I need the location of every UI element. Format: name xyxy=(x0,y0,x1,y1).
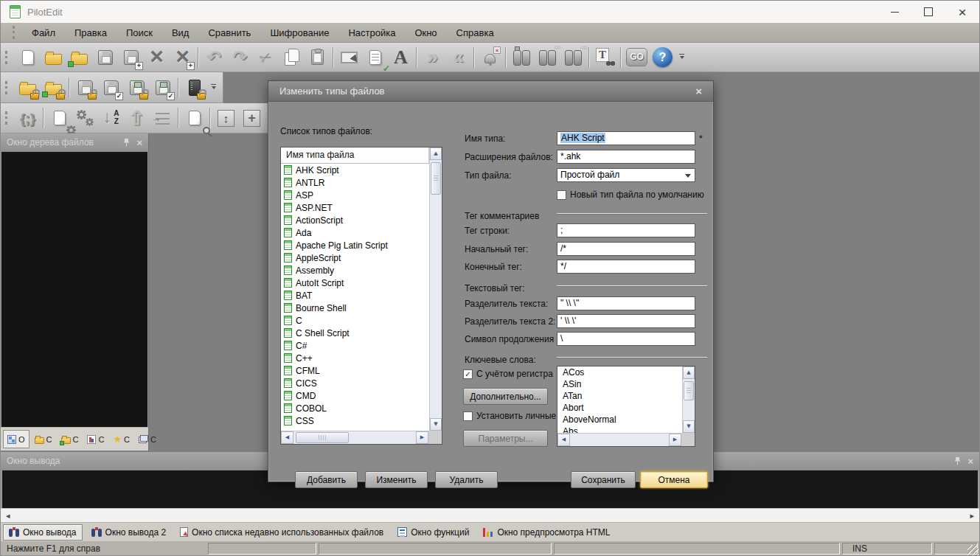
vscroll-thumb[interactable] xyxy=(431,162,441,195)
text-sep2-input[interactable]: ' \\ \' xyxy=(557,314,695,328)
file-type-dropdown[interactable]: Простой файл xyxy=(557,168,695,182)
pin-icon[interactable] xyxy=(123,138,130,147)
menu-item[interactable]: Справка xyxy=(447,23,504,43)
upload-verified-icon[interactable] xyxy=(150,74,176,101)
file-type-row[interactable]: ASP xyxy=(281,189,429,201)
minimize-button[interactable] xyxy=(878,1,911,23)
indent-left-icon[interactable] xyxy=(445,44,471,71)
dock-tab-functions[interactable]: Окно функций xyxy=(392,524,474,541)
add-button[interactable]: Добавить xyxy=(295,471,358,488)
panel-tab-favorites[interactable]: С xyxy=(109,430,133,448)
open-folder-locked-icon[interactable] xyxy=(15,74,41,101)
toolbar-overflow-button[interactable] xyxy=(211,84,216,91)
file-type-row[interactable]: AutoIt Script xyxy=(281,277,429,289)
keyword-row[interactable]: Abs xyxy=(557,425,682,433)
chevron-down-icon[interactable] xyxy=(685,174,691,181)
save-icon[interactable] xyxy=(92,44,118,71)
panel-close-icon[interactable] xyxy=(136,138,142,147)
find-in-files-icon[interactable] xyxy=(592,44,618,71)
save-button[interactable]: Сохранить xyxy=(571,471,636,488)
open-ftp-icon[interactable] xyxy=(66,44,92,71)
undo-icon[interactable] xyxy=(201,44,227,71)
file-type-row[interactable]: BAT xyxy=(281,289,429,302)
cut-icon[interactable] xyxy=(253,44,279,71)
end-tag-input[interactable]: */ xyxy=(557,260,695,274)
line-tag-input[interactable]: ; xyxy=(557,223,695,237)
dialog-close-icon[interactable] xyxy=(695,86,702,97)
hscroll-thumb[interactable] xyxy=(296,432,349,443)
text-sep-input[interactable]: " \\ \" xyxy=(557,296,695,310)
file-type-row[interactable]: CICS xyxy=(281,377,429,389)
find-icon[interactable] xyxy=(509,44,535,71)
file-type-row[interactable]: ASP.NET xyxy=(281,201,429,214)
paste-icon[interactable] xyxy=(305,44,330,71)
keyword-row[interactable]: ATan xyxy=(557,390,682,402)
close-all-icon[interactable] xyxy=(170,44,195,71)
panel-tab-tree[interactable]: О xyxy=(3,430,29,448)
file-settings-icon[interactable] xyxy=(46,105,72,131)
menu-item[interactable]: Файл xyxy=(22,23,65,43)
toolbar-overflow-button[interactable] xyxy=(679,54,684,61)
file-type-row[interactable]: C# xyxy=(281,339,429,352)
fit-vertical-icon[interactable] xyxy=(213,105,239,131)
close-button[interactable] xyxy=(945,1,979,23)
save-locked-icon[interactable] xyxy=(72,74,98,101)
toolbar-grip[interactable] xyxy=(5,51,9,64)
file-type-row[interactable]: Apache Pig Latin Script xyxy=(281,239,429,251)
indent-right-icon[interactable] xyxy=(420,44,445,71)
find-next-icon[interactable] xyxy=(560,44,586,71)
file-type-row[interactable]: CFML xyxy=(281,364,429,377)
redo-icon[interactable] xyxy=(227,44,253,71)
file-type-row[interactable]: COBOL xyxy=(281,402,429,414)
file-type-row[interactable]: Assembly xyxy=(281,264,429,277)
new-file-icon[interactable] xyxy=(15,44,41,71)
find-previous-icon[interactable] xyxy=(535,44,560,71)
file-type-row[interactable]: CSS xyxy=(281,414,429,427)
toolbar-grip[interactable] xyxy=(5,111,9,125)
toolbar-grip[interactable] xyxy=(5,81,9,94)
menubar-grip[interactable] xyxy=(13,26,16,39)
case-sensitive-checkbox[interactable]: С учётом регистра xyxy=(463,369,553,379)
panel-tab-chart[interactable]: С xyxy=(83,430,108,448)
file-type-row[interactable]: ActionScript xyxy=(281,214,429,226)
menu-item[interactable]: Поиск xyxy=(117,23,162,43)
open-file-icon[interactable] xyxy=(41,44,66,71)
keyword-row[interactable]: Abort xyxy=(557,402,682,414)
delete-button[interactable]: Удалить xyxy=(435,471,498,488)
scroll-down-button[interactable] xyxy=(430,418,442,431)
scroll-right-icon[interactable] xyxy=(970,512,974,520)
default-type-checkbox[interactable]: Новый тип файла по умолчанию xyxy=(557,190,704,200)
move-up-icon[interactable] xyxy=(124,105,150,131)
save-as-icon[interactable] xyxy=(118,44,144,71)
scroll-up-button[interactable] xyxy=(430,147,442,160)
keyword-row[interactable]: ACos xyxy=(557,366,682,378)
file-type-row[interactable]: AHK Script xyxy=(281,164,429,176)
clear-bookmarks-icon[interactable] xyxy=(477,44,503,71)
help-icon[interactable] xyxy=(650,44,675,71)
dock-tab-html-preview[interactable]: Окно предпросмотра HTML xyxy=(478,524,615,541)
dock-tab-recent-files[interactable]: Окно списка недавно использованных файло… xyxy=(175,524,389,541)
keyword-row[interactable]: AboveNormal xyxy=(557,414,682,425)
file-type-row[interactable]: C xyxy=(281,314,429,327)
resize-grip[interactable] xyxy=(967,545,979,556)
scroll-down-button[interactable] xyxy=(683,420,695,433)
select-icon[interactable] xyxy=(336,44,362,71)
pin-icon[interactable] xyxy=(954,456,961,465)
output-hscrollbar[interactable] xyxy=(1,508,979,522)
indent-lines-icon[interactable] xyxy=(150,105,176,131)
file-type-row[interactable]: AppleScript xyxy=(281,251,429,264)
file-type-row[interactable]: Ada xyxy=(281,226,429,239)
file-tree-content[interactable] xyxy=(1,152,147,427)
scroll-up-button[interactable] xyxy=(683,366,695,379)
name-type-input[interactable]: AHK Script xyxy=(557,131,695,145)
scroll-left-button[interactable] xyxy=(557,434,570,446)
file-type-row[interactable]: CMD xyxy=(281,389,429,402)
menu-item[interactable]: Окно xyxy=(405,23,446,43)
maximize-button[interactable] xyxy=(911,1,945,23)
scroll-right-button[interactable] xyxy=(669,434,681,446)
open-ftp-locked-icon[interactable] xyxy=(41,74,66,101)
continuation-input[interactable]: \ xyxy=(557,332,695,346)
code-braces-icon[interactable] xyxy=(15,105,41,131)
options-button[interactable]: Параметры... xyxy=(463,430,548,447)
font-icon[interactable] xyxy=(388,44,414,71)
